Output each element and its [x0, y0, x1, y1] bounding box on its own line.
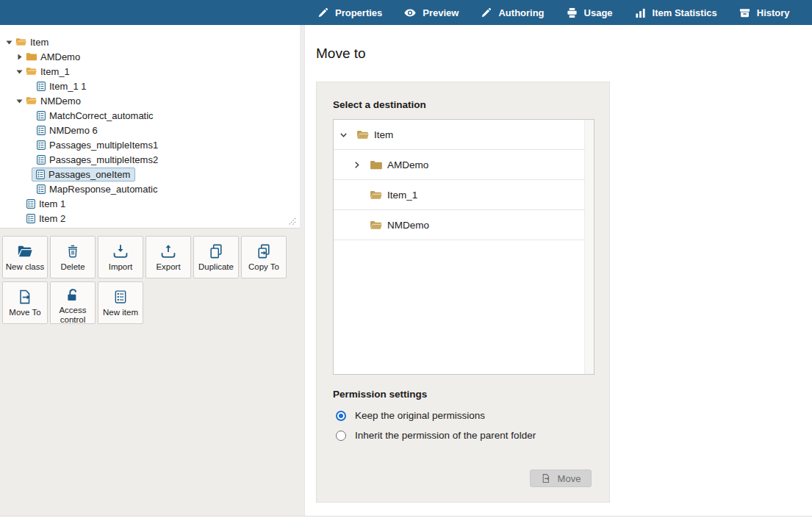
- tree-node-item-1[interactable]: Item_1: [0, 64, 300, 79]
- button-label: Export: [156, 262, 180, 272]
- tree-node-label: MapResponse_automatic: [49, 184, 157, 195]
- item-icon: [36, 170, 45, 179]
- scrollbar[interactable]: [584, 120, 594, 374]
- folder-open-icon: [17, 242, 33, 260]
- radio-unselected-icon[interactable]: [336, 431, 346, 441]
- tree-node-item[interactable]: Item: [0, 35, 300, 49]
- button-label: New item: [103, 308, 138, 317]
- radio-keep-permissions[interactable]: Keep the original permissions: [336, 410, 485, 421]
- tree-node-label: Passages_multipleItems2: [49, 154, 158, 165]
- export-tray-icon: [160, 242, 176, 260]
- action-row-1: New class Delete Import Export Duplicate…: [2, 236, 300, 278]
- new-item-button[interactable]: New item: [98, 281, 143, 324]
- dest-node-label: Item_1: [387, 190, 417, 201]
- page: Properties Preview Authoring Usage Item …: [0, 0, 812, 518]
- caret-down-icon[interactable]: [6, 39, 12, 46]
- tree-node-label: Item_1 1: [49, 81, 87, 92]
- tree-node-label: Passages_oneItem: [48, 169, 130, 180]
- folder-open-icon: [26, 67, 37, 76]
- tree-node-matchcorrect[interactable]: MatchCorrect_automatic: [0, 108, 300, 123]
- caret-down-icon[interactable]: [16, 68, 23, 75]
- page-title: Move to: [316, 46, 366, 62]
- tree-node-label: Item_1: [40, 66, 70, 77]
- nav-history[interactable]: History: [728, 0, 801, 25]
- radio-inherit-permissions[interactable]: Inherit the permission of the parent fol…: [336, 430, 536, 441]
- button-label: Delete: [60, 262, 85, 272]
- tree-node-passages-multipleitems2[interactable]: Passages_multipleItems2: [0, 152, 300, 167]
- nav-label: Usage: [584, 7, 613, 18]
- button-label: Move To: [9, 308, 40, 317]
- button-label: Import: [109, 262, 133, 272]
- tree-node-label: MatchCorrect_automatic: [49, 110, 154, 121]
- item-icon: [26, 199, 35, 209]
- folder-open-icon: [356, 130, 369, 140]
- nav-label: Item Statistics: [653, 7, 717, 18]
- nav-preview[interactable]: Preview: [393, 0, 470, 25]
- item-icon: [37, 155, 46, 165]
- tree-node-mapresponse[interactable]: MapResponse_automatic: [0, 181, 300, 196]
- nav-authoring[interactable]: Authoring: [470, 0, 555, 25]
- dest-node-nmdemo[interactable]: NMDemo: [334, 210, 584, 240]
- chevron-down-icon[interactable]: [339, 131, 348, 139]
- dest-node-amdemo[interactable]: AMDemo: [334, 150, 584, 180]
- bar-chart-icon: [635, 7, 646, 18]
- tree-node-nmdemo[interactable]: NMDemo: [0, 93, 300, 108]
- folder-closed-icon: [26, 52, 37, 61]
- delete-button[interactable]: Delete: [50, 236, 96, 278]
- pencil-icon: [317, 7, 328, 18]
- button-label: Duplicate: [198, 262, 234, 272]
- radio-label: Keep the original permissions: [355, 410, 485, 421]
- nav-label: History: [757, 7, 790, 18]
- new-class-button[interactable]: New class: [2, 236, 48, 278]
- caret-down-icon[interactable]: [16, 98, 23, 104]
- folder-open-icon: [370, 220, 382, 230]
- move-to-button[interactable]: Move To: [2, 281, 48, 324]
- tree-node-item-2[interactable]: Item 2: [0, 211, 300, 226]
- export-button[interactable]: Export: [145, 236, 191, 278]
- nav-usage[interactable]: Usage: [556, 0, 624, 25]
- destination-tree: Item AMDemo Item_1 NMDemo: [333, 119, 594, 375]
- tree-node-label: NMDemo: [40, 96, 81, 107]
- radio-selected-icon[interactable]: [336, 411, 346, 421]
- nav-label: Preview: [423, 7, 459, 18]
- copy-to-icon: [256, 242, 272, 260]
- import-button[interactable]: Import: [98, 236, 143, 278]
- dest-node-item[interactable]: Item: [334, 120, 584, 150]
- dest-node-label: AMDemo: [387, 159, 428, 170]
- button-label: Access control: [51, 306, 94, 325]
- tree-node-item-1-1[interactable]: Item_1 1: [0, 79, 300, 93]
- selected-highlight: Passages_oneItem: [32, 168, 135, 181]
- access-control-button[interactable]: Access control: [50, 281, 96, 324]
- folder-open-icon: [370, 190, 382, 200]
- topbar: Properties Preview Authoring Usage Item …: [0, 0, 812, 25]
- tree-node-amdemo[interactable]: AMDemo: [0, 49, 300, 64]
- copy-to-button[interactable]: Copy To: [241, 236, 287, 278]
- resize-handle[interactable]: [288, 217, 296, 226]
- item-icon: [37, 126, 46, 135]
- caret-right-icon[interactable]: [16, 54, 23, 60]
- list-icon: [113, 287, 128, 306]
- pencil-icon: [481, 7, 492, 18]
- tree-node-label: AMDemo: [40, 51, 80, 62]
- item-icon: [37, 111, 46, 120]
- eye-icon: [404, 9, 416, 17]
- archive-icon: [739, 7, 750, 18]
- tree-node-label: Item 1: [39, 198, 65, 209]
- duplicate-button[interactable]: Duplicate: [193, 236, 239, 278]
- nav-item-statistics[interactable]: Item Statistics: [624, 0, 728, 25]
- tree-node-passages-multipleitems1[interactable]: Passages_multipleItems1: [0, 137, 300, 152]
- dest-node-item-1[interactable]: Item_1: [334, 180, 584, 210]
- move-button-label: Move: [558, 473, 581, 484]
- tree-node-item-1-root[interactable]: Item 1: [0, 196, 300, 211]
- tree-node-label: Item 2: [39, 213, 65, 224]
- move-button[interactable]: Move: [530, 470, 592, 487]
- folder-open-icon: [15, 37, 26, 46]
- item-icon: [37, 140, 46, 150]
- tree-node-nmdemo-6[interactable]: NMDemo 6: [0, 123, 300, 137]
- tree-node-passages-oneitem-selected[interactable]: Passages_oneItem: [0, 167, 300, 181]
- permission-heading: Permission settings: [333, 389, 427, 400]
- nav-label: Authoring: [498, 7, 544, 18]
- chevron-right-icon[interactable]: [352, 161, 361, 169]
- page-bottom-border: [0, 516, 812, 517]
- nav-properties[interactable]: Properties: [306, 0, 393, 25]
